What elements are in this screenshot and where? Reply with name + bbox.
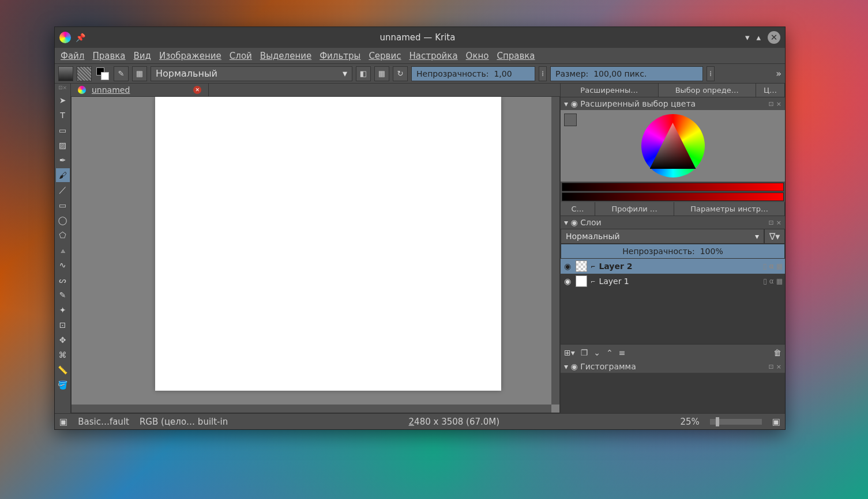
canvas-page[interactable]	[155, 97, 501, 391]
pattern-preset-button[interactable]	[77, 66, 92, 81]
status-zoom[interactable]: 25%	[680, 417, 699, 427]
tab-color-small[interactable]: Ц…	[756, 84, 785, 97]
layer-filter-button[interactable]: ∇▾	[764, 229, 785, 244]
menu-file[interactable]: Файл	[61, 51, 84, 61]
eraser-toggle[interactable]: ◧	[356, 66, 371, 81]
tool-pattern-edit[interactable]: ▨	[56, 138, 70, 152]
size-slider[interactable]: Размер: 100,00 пикс.	[550, 66, 703, 81]
tool-move[interactable]: ➤	[56, 93, 70, 107]
tab-specific-color[interactable]: Выбор опреде…	[659, 84, 757, 97]
color-slider-2[interactable]	[562, 192, 784, 201]
menu-select[interactable]: Выделение	[260, 51, 311, 61]
close-icon[interactable]: ×	[776, 219, 781, 226]
titlebar[interactable]: 📌 unnamed — Krita ▾ ▴ ✕	[55, 27, 785, 48]
menu-tools[interactable]: Сервис	[369, 51, 401, 61]
float-icon[interactable]: ⊡	[769, 363, 774, 371]
layer-properties-button[interactable]: ≡	[619, 348, 626, 357]
tab-layers-short[interactable]: С…	[561, 202, 595, 216]
close-icon[interactable]: ×	[776, 100, 781, 108]
status-colorspace[interactable]: RGB (цело… built-in	[140, 417, 228, 427]
reload-preset-button[interactable]: ↻	[393, 66, 408, 81]
tool-crop[interactable]: ⊡	[56, 318, 70, 332]
visibility-icon[interactable]: ◉	[563, 277, 572, 286]
close-button[interactable]: ✕	[768, 31, 780, 44]
menu-view[interactable]: Вид	[134, 51, 151, 61]
menu-filters[interactable]: Фильтры	[320, 51, 360, 61]
tab-tool-options[interactable]: Параметры инстр…	[674, 202, 785, 216]
float-icon[interactable]: ⊡	[769, 100, 774, 108]
pin-icon[interactable]: 📌	[76, 33, 85, 42]
color-slider-1[interactable]	[562, 183, 784, 191]
layer-opacity-slider[interactable]: Непрозрачность: 100%	[561, 244, 785, 259]
alpha-icon[interactable]: α	[769, 277, 774, 285]
visibility-icon[interactable]: ◉	[563, 262, 572, 271]
tool-fill[interactable]: 🪣	[56, 378, 70, 392]
move-up-button[interactable]: ⌃	[606, 348, 613, 357]
menu-image[interactable]: Изображение	[159, 51, 221, 61]
zoom-slider[interactable]	[710, 419, 762, 425]
brush-settings-button[interactable]: ▦	[132, 66, 147, 81]
tool-freehand-path[interactable]: ᔕ	[56, 273, 70, 287]
blend-mode-combo[interactable]: Нормальный ▾	[151, 66, 352, 81]
scrollbar-vertical[interactable]	[551, 97, 559, 405]
tool-edit-shapes[interactable]: ▭	[56, 123, 70, 137]
menu-settings[interactable]: Настройка	[409, 51, 457, 61]
props-icon[interactable]: ▦	[776, 277, 783, 285]
lock-icon[interactable]: ▯	[763, 262, 767, 270]
tool-dyna[interactable]: ✎	[56, 288, 70, 302]
add-layer-button[interactable]: ⊞▾	[564, 348, 575, 357]
layer-name[interactable]: Layer 1	[599, 277, 629, 286]
tab-advanced-color[interactable]: Расширенны…	[561, 84, 659, 97]
tab-profiles[interactable]: Профили …	[595, 202, 674, 216]
layer-row[interactable]: ◉ ⌐ Layer 2 ▯α▦	[561, 259, 785, 274]
layer-name[interactable]: Layer 2	[599, 262, 632, 271]
opacity-spinner[interactable]: ⁞	[539, 66, 547, 81]
menu-window[interactable]: Окно	[466, 51, 489, 61]
opacity-slider[interactable]: Непрозрачность: 1,00	[411, 66, 535, 81]
scrollbar-horizontal[interactable]	[72, 405, 551, 413]
size-spinner[interactable]: ⁞	[707, 66, 715, 81]
tool-polyline[interactable]: ⟁	[56, 243, 70, 257]
maximize-button[interactable]: ▴	[756, 32, 761, 43]
tool-line[interactable]: ／	[56, 183, 70, 197]
tool-polygon[interactable]: ⬠	[56, 228, 70, 242]
toolbox-header[interactable]: ⊡×	[58, 85, 67, 93]
menu-edit[interactable]: Правка	[92, 51, 125, 61]
color-wheel-area[interactable]	[561, 110, 785, 182]
layer-blend-combo[interactable]: Нормальный ▾	[561, 229, 764, 244]
layers-header[interactable]: ▾ ◉ Слои ⊡×	[561, 216, 785, 229]
tool-transform[interactable]: ✥	[56, 333, 70, 347]
tool-freehand-brush[interactable]: 🖌	[56, 168, 70, 182]
selection-mode-icon[interactable]: ▣	[59, 417, 67, 427]
color-triangle[interactable]	[650, 123, 696, 169]
alpha-lock-toggle[interactable]: ▦	[374, 66, 389, 81]
tool-measure[interactable]: 📏	[56, 363, 70, 377]
tool-rectangle[interactable]: ▭	[56, 198, 70, 212]
menu-help[interactable]: Справка	[497, 51, 535, 61]
color-history-button[interactable]	[564, 114, 577, 126]
tool-text[interactable]: T	[56, 108, 70, 122]
tool-calligraphy[interactable]: ✒	[56, 153, 70, 167]
histogram-header[interactable]: ▾ ◉ Гистограмма ⊡×	[561, 360, 785, 373]
delete-layer-button[interactable]: 🗑	[773, 348, 781, 357]
duplicate-layer-button[interactable]: ❐	[581, 348, 588, 357]
tool-bezier[interactable]: ∿	[56, 258, 70, 272]
tab-close-button[interactable]: ✕	[193, 86, 201, 94]
tool-multibrush[interactable]: ✦	[56, 303, 70, 317]
layer-row[interactable]: ◉ ⌐ Layer 1 ▯α▦	[561, 274, 785, 289]
move-down-button[interactable]: ⌄	[593, 348, 600, 357]
toolbar-overflow-icon[interactable]: »	[776, 68, 781, 79]
color-wheel[interactable]	[641, 114, 705, 177]
brush-preset-button[interactable]: ✎	[114, 66, 129, 81]
color-swatch[interactable]	[95, 66, 110, 81]
tool-deform[interactable]: ⌘	[56, 348, 70, 362]
gradient-preset-button[interactable]	[58, 66, 73, 81]
minimize-button[interactable]: ▾	[745, 32, 750, 43]
props-icon[interactable]: ▦	[776, 262, 783, 270]
close-icon[interactable]: ×	[776, 363, 781, 371]
float-icon[interactable]: ⊡	[769, 219, 774, 226]
zoom-fit-button[interactable]: ▣	[772, 417, 780, 427]
status-preset[interactable]: Basic…fault	[78, 417, 129, 427]
color-picker-header[interactable]: ▾ ◉ Расширенный выбор цвета ⊡×	[561, 97, 785, 110]
document-tab[interactable]: unnamed ✕	[71, 84, 209, 96]
